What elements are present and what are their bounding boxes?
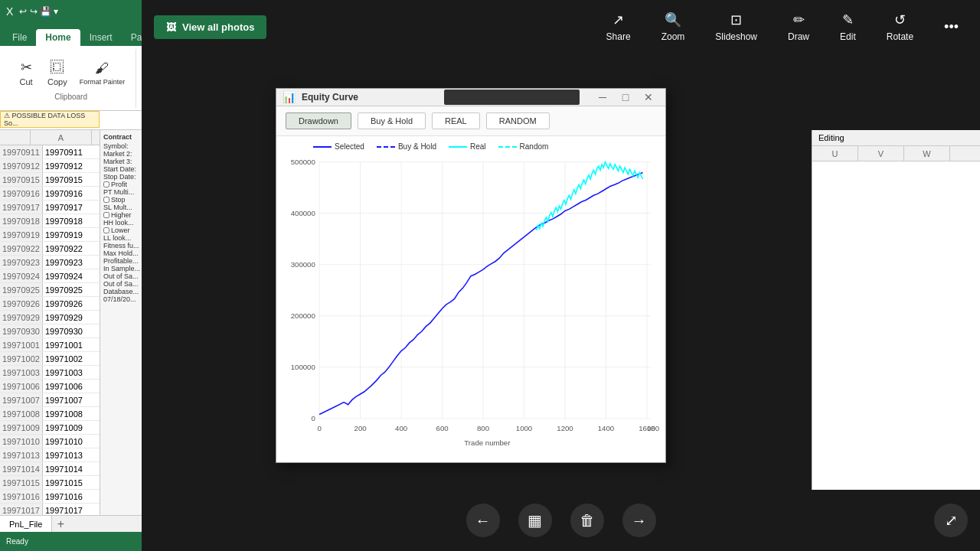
date-label: 07/18/20... xyxy=(103,295,142,303)
header-v: V xyxy=(858,146,904,161)
svg-text:1000: 1000 xyxy=(516,424,532,432)
stop-checkbox[interactable] xyxy=(103,197,109,203)
lower-checkbox[interactable] xyxy=(103,227,109,233)
cell-col-a[interactable]: 19970917 xyxy=(43,201,104,214)
cell-col-a[interactable]: 19971009 xyxy=(43,421,104,434)
cell-row-num: 19971006 xyxy=(0,380,43,393)
cut-button[interactable]: ✂ Cut xyxy=(12,56,40,90)
format-painter-button[interactable]: 🖌 Format Painter xyxy=(75,57,130,89)
cell-col-a[interactable]: 19970911 xyxy=(43,145,104,158)
format-painter-icon: 🖌 xyxy=(95,60,109,77)
fitness-label: Fitness fu... xyxy=(103,242,142,249)
cell-col-a[interactable]: 19970926 xyxy=(43,297,104,310)
expand-button[interactable]: ⤢ xyxy=(934,504,968,537)
cell-row-num: 19971001 xyxy=(0,338,43,351)
dialog-win-buttons: ─ □ ✕ xyxy=(592,89,659,106)
cell-col-a[interactable]: 19970925 xyxy=(43,283,104,296)
copy-icon: ⿴ xyxy=(51,60,64,76)
dialog-minimize-button[interactable]: ─ xyxy=(592,89,613,106)
dialog-close-button[interactable]: ✕ xyxy=(638,89,659,106)
cell-row-num: 19971009 xyxy=(0,421,43,434)
draw-button[interactable]: ✏ Draw xyxy=(779,5,818,48)
edit-label: Edit xyxy=(840,31,856,42)
svg-text:600: 600 xyxy=(436,424,449,432)
cell-col-a[interactable]: 19971007 xyxy=(43,393,104,406)
cell-col-a[interactable]: 19971014 xyxy=(43,462,104,475)
copy-button[interactable]: ⿴ Copy xyxy=(43,57,72,90)
zoom-label: Zoom xyxy=(662,31,685,42)
view-all-photos-button[interactable]: 🖼 View all photos xyxy=(154,15,266,39)
cell-col-a[interactable]: 19971010 xyxy=(43,435,104,448)
cell-col-a[interactable]: 19970916 xyxy=(43,187,104,200)
excel-right-panel: Editing U V W xyxy=(812,130,980,532)
cell-col-a[interactable]: 19971002 xyxy=(43,352,104,365)
sheet-tab-pnl[interactable]: PnL_File xyxy=(0,516,52,532)
rotate-button[interactable]: ↺ Rotate xyxy=(877,5,923,48)
in-sample-label: In Sample... xyxy=(103,265,142,272)
tab-home[interactable]: Home xyxy=(36,29,80,46)
contact-sheet-button[interactable]: ▦ xyxy=(518,504,552,537)
svg-text:100000: 100000 xyxy=(291,363,315,371)
cell-col-a[interactable]: 19970915 xyxy=(43,173,104,186)
cell-col-a[interactable]: 19971008 xyxy=(43,407,104,420)
slideshow-button[interactable]: ⊡ Slideshow xyxy=(706,5,766,48)
cell-col-a[interactable]: 19970923 xyxy=(43,256,104,269)
rotate-icon: ↺ xyxy=(894,11,906,28)
next-button[interactable]: → xyxy=(622,504,656,537)
prev-button[interactable]: ← xyxy=(466,504,500,537)
photos-icon: 🖼 xyxy=(166,21,176,33)
add-sheet-button[interactable]: + xyxy=(52,516,69,533)
cell-col-a[interactable]: 19970919 xyxy=(43,228,104,241)
tab-insert[interactable]: Insert xyxy=(80,29,122,46)
dialog-title-area: Equity Curve xyxy=(302,90,586,105)
market3-label: Market 3: xyxy=(103,158,142,165)
profit-checkbox[interactable] xyxy=(103,181,109,187)
dialog-maximize-button[interactable]: □ xyxy=(615,89,636,106)
edit-button[interactable]: ✎ Edit xyxy=(831,5,865,48)
real-button[interactable]: REAL xyxy=(432,112,480,129)
right-col-headers: U V W xyxy=(812,146,980,161)
cell-col-a[interactable]: 19971003 xyxy=(43,366,104,379)
cell-col-a[interactable]: 19971001 xyxy=(43,338,104,351)
tab-file[interactable]: File xyxy=(3,29,36,46)
svg-text:300000: 300000 xyxy=(291,260,315,269)
cell-row-num: 19970925 xyxy=(0,283,43,296)
data-loss-bar: ⚠ POSSIBLE DATA LOSS So... xyxy=(0,111,100,128)
cell-col-a[interactable]: 19971013 xyxy=(43,448,104,461)
cell-col-a[interactable]: 19970922 xyxy=(43,242,104,255)
more-button[interactable]: ••• xyxy=(935,13,968,41)
svg-text:400: 400 xyxy=(395,424,407,432)
contract-label: Contract xyxy=(103,133,142,141)
cell-col-a[interactable]: 19970930 xyxy=(43,324,104,337)
cell-col-a[interactable]: 19970918 xyxy=(43,214,104,227)
sheet-tab-label: PnL_File xyxy=(9,520,42,529)
cell-row-num: 19971008 xyxy=(0,407,43,420)
cell-col-a[interactable]: 19970924 xyxy=(43,269,104,282)
cell-row-num: 19971002 xyxy=(0,352,43,365)
legend-line-random xyxy=(498,146,517,148)
header-u: U xyxy=(812,146,858,161)
drawdown-button[interactable]: Drawdown xyxy=(286,112,351,129)
cell-row-num: 19971015 xyxy=(0,476,43,489)
cell-col-a[interactable]: 19971015 xyxy=(43,476,104,489)
svg-text:200: 200 xyxy=(354,424,367,432)
cell-col-a[interactable]: 19970912 xyxy=(43,159,104,172)
buy-hold-button[interactable]: Buy & Hold xyxy=(358,112,426,129)
delete-button[interactable]: 🗑 xyxy=(570,504,604,537)
cell-col-a[interactable]: 19971016 xyxy=(43,490,104,503)
cell-row-num: 19970915 xyxy=(0,173,43,186)
zoom-button[interactable]: 🔍 Zoom xyxy=(652,5,694,48)
cell-row-num: 19970911 xyxy=(0,145,43,158)
cell-col-a[interactable]: 19971006 xyxy=(43,380,104,393)
higher-checkbox[interactable] xyxy=(103,212,109,218)
svg-text:200000: 200000 xyxy=(291,311,315,320)
cell-col-a[interactable]: 19970929 xyxy=(43,311,104,324)
dialog-icon: 📊 xyxy=(283,91,296,103)
legend-line-selected xyxy=(313,146,332,148)
share-button[interactable]: ↗ Share xyxy=(597,5,640,48)
random-button[interactable]: RANDOM xyxy=(486,112,550,129)
market2-label: Market 2: xyxy=(103,150,142,158)
legend-random-label: Random xyxy=(520,142,549,151)
symbol-label: Symbol: xyxy=(103,142,142,150)
edit-icon: ✎ xyxy=(842,11,854,28)
